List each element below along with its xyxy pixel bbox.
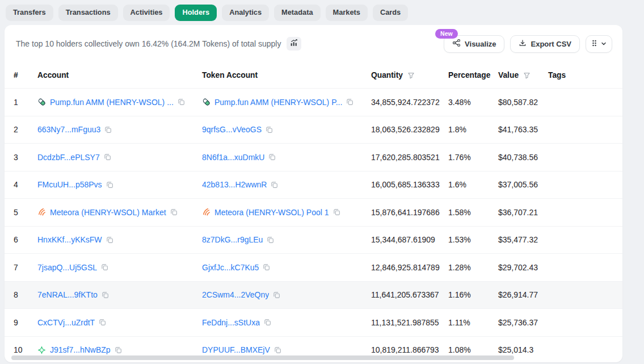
token-account-link[interactable]: 42b813...H2wwnR [202,180,267,189]
copy-icon[interactable] [106,181,113,189]
holder-rank: 2 [14,125,37,134]
copy-icon[interactable] [266,126,273,133]
account-link[interactable]: 7jsapQ...Uj5GSL [37,263,97,272]
table-row: 8 7eNRAL...9fKTto 2CSwm4...2VeQny 11,641… [5,281,622,309]
meteora-icon [202,208,211,216]
quantity-value: 34,855,924.722372 [371,98,448,107]
account-link[interactable]: 663Ny7...mFguu3 [37,125,100,134]
quantity-filter-icon[interactable] [407,72,415,79]
token-account-cell: DYPUUF...BMXEjV [202,345,371,354]
table-row: 5 Meteora (HENRY-WSOL) Market Meteora (H… [5,198,622,226]
column-header-index: # [14,71,37,80]
token-account-link[interactable]: 8z7DkG...r9gLEu [202,235,263,244]
copy-icon[interactable] [268,153,276,161]
account-link[interactable]: FMcuUH...p58Pvs [37,180,102,189]
copy-icon[interactable] [274,346,281,354]
bar-chart-icon [290,39,298,49]
copy-icon[interactable] [102,291,109,299]
percentage-value: 1.6% [448,180,498,189]
copy-icon[interactable] [104,153,111,161]
horizontal-scrollbar[interactable] [11,355,514,360]
token-account-link[interactable]: 9qrfsG...vVeoGS [202,125,262,134]
table-row: 7 7jsapQ...Uj5GSL GjxfJc...kC7Ku5 12,846… [5,253,622,281]
copy-icon[interactable] [271,181,278,189]
token-account-link[interactable]: DYPUUF...BMXEjV [202,345,270,354]
tab-transfers[interactable]: Transfers [6,5,53,21]
holders-chart-button[interactable] [287,37,301,51]
account-link[interactable]: 7eNRAL...9fKTto [37,290,98,299]
quantity-value: 15,344,687.61909 [371,235,448,244]
token-account-link[interactable]: 8N6f1a...xuDmkU [202,153,264,162]
copy-icon[interactable] [346,98,353,106]
copy-icon[interactable] [170,208,178,216]
token-account-cell: Meteora (HENRY-WSOL) Pool 1 [202,208,371,217]
value-filter-icon[interactable] [523,72,531,79]
account-cell: CxCTVj...uZrdtT [37,318,202,327]
holder-rank: 7 [14,263,37,272]
percentage-value: 1.11% [448,318,498,327]
copy-icon[interactable] [333,208,340,216]
pumpfun-pill-icon [202,98,211,106]
copy-icon[interactable] [106,236,113,244]
table-body: 1 Pump.fun AMM (HENRY-WSOL) ... Pump.fun… [5,88,622,362]
account-cell: Pump.fun AMM (HENRY-WSOL) ... [37,98,202,107]
table-row: 6 HnxKKf...yKKsFW 8z7DkG...r9gLEu 15,344… [5,226,622,254]
account-cell: DcdzbF...ePLSY7 [37,153,202,162]
account-link[interactable]: DcdzbF...ePLSY7 [37,153,100,162]
quantity-value: 11,641,205.673367 [371,290,448,299]
token-account-link[interactable]: Meteora (HENRY-WSOL) Pool 1 [214,208,329,217]
percentage-value: 1.8% [448,125,498,134]
copy-icon[interactable] [115,346,122,354]
usd-value: $35,477.32 [498,235,548,244]
tab-analytics[interactable]: Analytics [222,5,269,21]
share-nodes-icon [452,39,461,49]
sparkle-icon [37,346,46,354]
account-cell: Meteora (HENRY-WSOL) Market [37,208,202,217]
holder-rank: 5 [14,208,37,217]
tab-markets[interactable]: Markets [326,5,368,21]
table-options-button[interactable] [586,35,612,53]
tab-activities[interactable]: Activities [123,5,170,21]
percentage-value: 1.76% [448,153,498,162]
token-account-cell: 8z7DkG...r9gLEu [202,235,371,244]
table-row: 1 Pump.fun AMM (HENRY-WSOL) ... Pump.fun… [5,88,622,116]
copy-icon[interactable] [101,263,108,271]
copy-icon[interactable] [178,98,185,106]
account-link[interactable]: J91sf7...hNwBZp [50,345,111,354]
percentage-value: 1.53% [448,235,498,244]
copy-icon[interactable] [273,291,280,299]
copy-icon[interactable] [263,263,270,271]
account-link[interactable]: CxCTVj...uZrdtT [37,318,95,327]
copy-icon[interactable] [104,126,112,133]
account-cell: 7eNRAL...9fKTto [37,290,202,299]
column-header-token-account: Token Account [202,71,371,80]
account-cell: FMcuUH...p58Pvs [37,180,202,189]
table-header-row: # Account Token Account Quantity Percent… [5,62,622,88]
tab-cards[interactable]: Cards [373,5,408,21]
pumpfun-pill-icon [37,98,46,106]
tab-transactions[interactable]: Transactions [58,5,118,21]
percentage-value: 1.16% [448,290,498,299]
token-account-link[interactable]: GjxfJc...kC7Ku5 [202,263,259,272]
holder-rank: 10 [14,345,37,354]
export-csv-button[interactable]: Export CSV [510,35,580,53]
token-account-link[interactable]: FeDdnj...sStUxa [202,318,260,327]
tab-metadata[interactable]: Metadata [274,5,320,21]
copy-icon[interactable] [264,319,271,326]
copy-icon[interactable] [267,236,274,244]
value-header-label: Value [498,71,519,80]
account-link[interactable]: Meteora (HENRY-WSOL) Market [50,208,166,217]
table-row: 2 663Ny7...mFguu3 9qrfsG...vVeoGS 18,063… [5,116,622,144]
usd-value: $37,005.56 [498,180,548,189]
token-account-link[interactable]: 2CSwm4...2VeQny [202,290,269,299]
token-account-link[interactable]: Pump.fun AMM (HENRY-WSOL) P... [214,98,342,107]
account-link[interactable]: Pump.fun AMM (HENRY-WSOL) ... [50,98,174,107]
tab-holders[interactable]: Holders [175,5,217,21]
holders-summary-text: The top 10 holders collectively own 16.4… [16,39,281,48]
copy-icon[interactable] [99,319,106,326]
export-csv-label: Export CSV [531,40,571,48]
holder-rank: 6 [14,235,37,244]
account-cell: J91sf7...hNwBZp [37,345,202,354]
column-header-account: Account [37,71,202,80]
account-link[interactable]: HnxKKf...yKKsFW [37,235,102,244]
